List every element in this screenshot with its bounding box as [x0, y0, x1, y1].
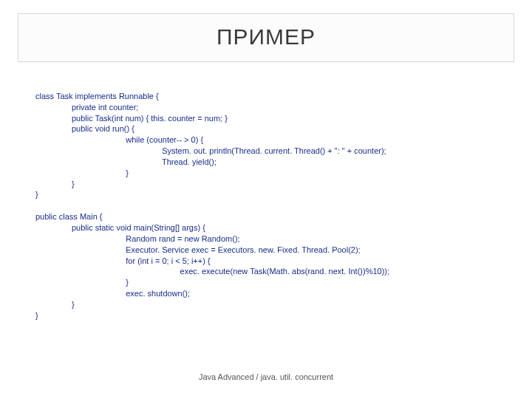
- slide-footer: Java Advanced / java. util. concurrent: [0, 372, 532, 381]
- code-line: public static void main(String[] args) {: [35, 223, 205, 232]
- code-line: }: [35, 278, 129, 287]
- slide-title-bar: ПРИМЕР: [18, 13, 514, 62]
- code-line: Thread. yield();: [35, 157, 216, 166]
- code-line: System. out. println(Thread. current. Th…: [35, 146, 386, 155]
- code-line: for (int i = 0; i < 5; i++) {: [35, 256, 211, 265]
- code-line: while (counter-- > 0) {: [35, 135, 203, 144]
- code-line: public Task(int num) { this. counter = n…: [35, 114, 228, 123]
- code-line: class Task implements Runnable {: [35, 92, 159, 100]
- slide-title: ПРИМЕР: [18, 24, 514, 50]
- code-example: class Task implements Runnable { private…: [35, 80, 532, 321]
- code-line: }: [35, 300, 75, 309]
- code-line: }: [35, 190, 38, 199]
- code-line: }: [35, 311, 38, 320]
- code-line: private int counter;: [35, 103, 138, 112]
- code-line: }: [35, 168, 129, 177]
- code-line: exec. execute(new Task(Math. abs(rand. n…: [35, 267, 389, 276]
- code-line: }: [35, 180, 75, 188]
- code-line: exec. shutdown();: [35, 289, 190, 298]
- code-line: Random rand = new Random();: [35, 234, 240, 243]
- code-line: public void run() {: [35, 124, 134, 133]
- code-line: Executor. Service exec = Executors. new.…: [35, 245, 361, 254]
- code-line: public class Main {: [35, 212, 103, 221]
